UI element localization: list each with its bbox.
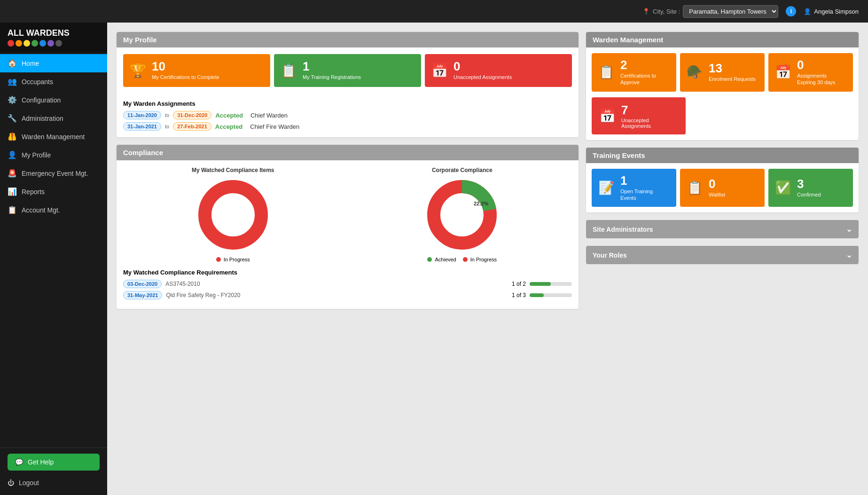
logout-button[interactable]: ⏻ Logout bbox=[8, 476, 100, 489]
assignment-status-1: Accepted bbox=[215, 112, 243, 119]
req-progress-bar-bg-2 bbox=[530, 293, 572, 297]
assignments-expiring-label: Assignments Expiring 30 days bbox=[797, 72, 846, 86]
site-administrators-chevron: ⌄ bbox=[846, 225, 852, 234]
training-reg-number: 1 bbox=[303, 60, 361, 72]
reqs-title: My Watched Compliance Requirements bbox=[123, 269, 572, 276]
assignments-expiring-card[interactable]: 📅 0 Assignments Expiring 30 days bbox=[768, 53, 853, 92]
my-profile-stats: 🏆 10 My Certifications to Complete 📋 1 M… bbox=[123, 54, 572, 87]
certifications-content: 10 My Certifications to Complete bbox=[152, 60, 219, 80]
achieved-label: Achieved bbox=[435, 257, 456, 262]
compliance-title: Compliance bbox=[123, 149, 163, 157]
compliance-panel: Compliance My Watched Compliance Items bbox=[117, 145, 579, 309]
training-events-title: Training Events bbox=[593, 151, 645, 159]
sidebar-item-label: Emergency Event Mgt. bbox=[22, 170, 88, 177]
info-button[interactable]: i bbox=[786, 6, 796, 16]
req-progress-text-2: 1 of 3 bbox=[512, 292, 526, 299]
corporate-legend: Achieved In Progress bbox=[352, 257, 572, 262]
sidebar-item-label: My Profile bbox=[22, 151, 51, 159]
sidebar-nav: 🏠 Home 👥 Occupants ⚙️ Configuration 🔧 Ad… bbox=[0, 52, 107, 448]
training-events-stats: 📝 1 Open Training Events 📋 0 Waitlist bbox=[586, 163, 859, 213]
assignment-from-1: 11-Jan-2020 bbox=[123, 111, 161, 119]
waitlist-card[interactable]: 📋 0 Waitlist bbox=[680, 169, 765, 207]
cert-approve-icon: 📋 bbox=[598, 64, 615, 80]
assignment-to-2: 27-Feb-2021 bbox=[173, 122, 211, 131]
sidebar-item-home[interactable]: 🏠 Home bbox=[0, 54, 107, 72]
sidebar-item-my-profile[interactable]: 👤 My Profile bbox=[0, 146, 107, 164]
site-administrators-title: Site Administrators bbox=[593, 226, 653, 233]
watched-donut bbox=[195, 177, 271, 254]
get-help-label: Get Help bbox=[28, 458, 54, 466]
corporate-chart-title: Corporate Compliance bbox=[352, 167, 572, 173]
user-menu[interactable]: 👤 Angela Simpson bbox=[804, 8, 859, 15]
logo-circles bbox=[8, 40, 70, 47]
city-site-select[interactable]: Paramatta, Hampton Towers bbox=[683, 5, 778, 18]
sidebar-item-label: Reports bbox=[22, 188, 45, 196]
cert-approve-content: 2 Certifications to Approve bbox=[620, 59, 670, 86]
site-label: City, Site : bbox=[653, 8, 680, 15]
sidebar-item-emergency[interactable]: 🚨 Emergency Event Mgt. bbox=[0, 164, 107, 182]
training-events-panel: Training Events 📝 1 Open Training Events… bbox=[586, 148, 859, 213]
my-profile-header: My Profile bbox=[117, 32, 579, 47]
corporate-in-progress-label: In Progress bbox=[470, 257, 497, 262]
watched-chart: My Watched Compliance Items In Progress bbox=[123, 167, 343, 262]
open-training-card[interactable]: 📝 1 Open Training Events bbox=[592, 169, 676, 207]
administration-icon: 🔧 bbox=[8, 114, 17, 123]
get-help-button[interactable]: 💬 Get Help bbox=[8, 454, 100, 471]
enrolment-content: 13 Enrolment Requests bbox=[709, 62, 756, 82]
sidebar: ALL WARDENS 🏠 Home 👥 Occupants bbox=[0, 23, 107, 495]
main-right: Warden Management 📋 2 Certifications to … bbox=[586, 32, 859, 486]
warden-icon: 🦺 bbox=[8, 132, 17, 141]
unaccepted-icon: 📅 bbox=[431, 63, 448, 79]
emergency-icon: 🚨 bbox=[8, 169, 17, 178]
main-left: My Profile 🏆 10 My Certifications to Com… bbox=[117, 32, 579, 486]
sidebar-item-label: Configuration bbox=[22, 96, 61, 104]
sidebar-item-occupants[interactable]: 👥 Occupants bbox=[0, 72, 107, 91]
assignment-status-2: Accepted bbox=[215, 123, 243, 130]
your-roles-header[interactable]: Your Roles ⌄ bbox=[586, 246, 859, 264]
your-roles-section: Your Roles ⌄ bbox=[586, 246, 859, 264]
corporate-chart: Corporate Compliance bbox=[352, 167, 572, 262]
corporate-donut-svg: 22.2% 77.8% bbox=[424, 177, 500, 252]
assignment-row-2: 31-Jan-2021 to 27-Feb-2021 Accepted Chie… bbox=[123, 122, 572, 131]
sidebar-item-reports[interactable]: 📊 Reports bbox=[0, 182, 107, 201]
sidebar-item-warden-management[interactable]: 🦺 Warden Management bbox=[0, 127, 107, 146]
sidebar-item-label: Administration bbox=[22, 115, 63, 122]
home-icon: 🏠 bbox=[8, 59, 17, 68]
enrolment-number: 13 bbox=[709, 62, 756, 74]
wm-unaccepted-card[interactable]: 📅 7 Unaccepted Assignments bbox=[592, 97, 686, 134]
sidebar-item-configuration[interactable]: ⚙️ Configuration bbox=[0, 91, 107, 109]
open-training-label: Open Training Events bbox=[620, 188, 670, 202]
site-administrators-section: Site Administrators ⌄ bbox=[586, 220, 859, 238]
unaccepted-number: 0 bbox=[454, 60, 512, 72]
my-profile-title: My Profile bbox=[123, 36, 157, 44]
certifications-approve-card[interactable]: 📋 2 Certifications to Approve bbox=[592, 53, 676, 92]
sidebar-item-account[interactable]: 📋 Account Mgt. bbox=[0, 201, 107, 219]
watched-chart-title: My Watched Compliance Items bbox=[123, 167, 343, 173]
training-events-header: Training Events bbox=[586, 148, 859, 163]
req-name-1: AS3745-2010 bbox=[165, 281, 200, 287]
training-registrations-card[interactable]: 📋 1 My Training Registrations bbox=[274, 54, 421, 87]
watched-legend: In Progress bbox=[123, 257, 343, 262]
wm-unaccepted-section: 📅 7 Unaccepted Assignments bbox=[586, 97, 859, 140]
assignment-row-1: 11-Jan-2020 to 31-Dec-2020 Accepted Chie… bbox=[123, 111, 572, 119]
location-selector[interactable]: 📍 City, Site : Paramatta, Hampton Towers bbox=[642, 5, 778, 18]
svg-text:22.2%: 22.2% bbox=[474, 201, 488, 206]
req-progress-text-1: 1 of 2 bbox=[512, 281, 526, 287]
req-progress-1: 1 of 2 bbox=[204, 281, 572, 287]
site-administrators-header[interactable]: Site Administrators ⌄ bbox=[586, 220, 859, 238]
my-profile-panel: My Profile 🏆 10 My Certifications to Com… bbox=[117, 32, 579, 137]
svg-point-1 bbox=[219, 201, 247, 229]
enrolment-requests-card[interactable]: 🪖 13 Enrolment Requests bbox=[680, 53, 765, 92]
certifications-card[interactable]: 🏆 10 My Certifications to Complete bbox=[123, 54, 270, 87]
sidebar-item-administration[interactable]: 🔧 Administration bbox=[0, 109, 107, 127]
account-icon: 📋 bbox=[8, 205, 17, 214]
achieved-dot bbox=[427, 257, 432, 262]
assignment-to-1: 31-Dec-2020 bbox=[173, 111, 211, 119]
open-training-number: 1 bbox=[620, 174, 670, 187]
unaccepted-assignments-card[interactable]: 📅 0 Unaccepted Assignments bbox=[425, 54, 572, 87]
assignments-section: My Warden Assignments 11-Jan-2020 to 31-… bbox=[117, 94, 579, 137]
req-progress-bar-fill-2 bbox=[530, 293, 544, 297]
confirmed-card[interactable]: ✅ 3 Confirmed bbox=[768, 169, 853, 207]
compliance-requirements: My Watched Compliance Requirements 03-De… bbox=[117, 269, 579, 309]
open-training-content: 1 Open Training Events bbox=[620, 174, 670, 202]
